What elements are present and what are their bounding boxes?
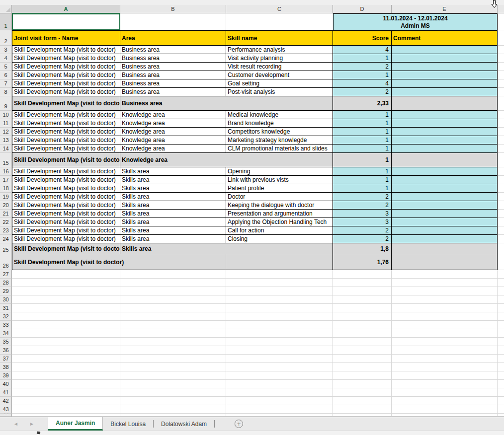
cell-C13[interactable]: Marketing strategy knowlegde: [226, 136, 333, 145]
cell-B42[interactable]: [120, 397, 226, 405]
cell-E26[interactable]: [392, 254, 498, 270]
cell-B10[interactable]: Knowledge area: [120, 111, 226, 119]
cell-C7[interactable]: Goal setting: [226, 79, 333, 88]
fill-handle[interactable]: [118, 28, 120, 30]
cell-C40[interactable]: [226, 380, 333, 388]
cell-D34[interactable]: [333, 329, 392, 338]
cell-A23[interactable]: Skill Development Map (visit to doctor): [12, 226, 120, 235]
cell-A22[interactable]: Skill Development Map (visit to doctor): [12, 218, 120, 226]
row-header-14[interactable]: 14: [0, 145, 12, 153]
cell-E3[interactable]: [392, 46, 498, 54]
cell-E41[interactable]: [392, 388, 498, 397]
cell-E28[interactable]: [392, 279, 498, 287]
cell-A24[interactable]: Skill Development Map (visit to doctor): [12, 235, 120, 243]
row-header-28[interactable]: 28: [0, 279, 12, 287]
cell-D29[interactable]: [333, 287, 392, 295]
cell-A30[interactable]: [12, 295, 120, 304]
row-header-41[interactable]: 41: [0, 388, 12, 397]
cell-A43[interactable]: [12, 405, 120, 414]
cell-A31[interactable]: [12, 304, 120, 312]
cell-B38[interactable]: [120, 363, 226, 371]
cell-A3[interactable]: Skill Development Map (visit to doctor): [12, 46, 120, 54]
cell-E20[interactable]: [392, 201, 498, 210]
cell-C30[interactable]: [226, 295, 333, 304]
cell-B21[interactable]: Skills area: [120, 210, 226, 218]
row-header-17[interactable]: 17: [0, 176, 12, 184]
cell-A27[interactable]: [12, 270, 120, 279]
cell-B11[interactable]: Knowledge area: [120, 119, 226, 128]
cell-D28[interactable]: [333, 279, 392, 287]
row-header-29[interactable]: 29: [0, 287, 12, 295]
tab-scroll-right-button[interactable]: ►: [29, 422, 34, 427]
cell-E23[interactable]: [392, 226, 498, 235]
cell-B30[interactable]: [120, 295, 226, 304]
cell-A39[interactable]: [12, 371, 120, 380]
cell-B16[interactable]: Skills area: [120, 167, 226, 176]
cell-D38[interactable]: [333, 363, 392, 371]
cell-D27[interactable]: [333, 270, 392, 279]
row-header-21[interactable]: 21: [0, 210, 12, 218]
cell-C26[interactable]: [226, 254, 333, 270]
cell-A42[interactable]: [12, 397, 120, 405]
cell-D12[interactable]: 1: [333, 128, 392, 136]
cell-E6[interactable]: [392, 71, 498, 79]
row-header-16[interactable]: 16: [0, 167, 12, 176]
row-header-3[interactable]: 3: [0, 46, 12, 54]
cell-E31[interactable]: [392, 304, 498, 312]
row-header-20[interactable]: 20: [0, 201, 12, 210]
cell-C22[interactable]: Applying the Objection Handling Tech: [226, 218, 333, 226]
cell-A35[interactable]: [12, 338, 120, 346]
row-header-35[interactable]: 35: [0, 338, 12, 346]
cell-A17[interactable]: Skill Development Map (visit to doctor): [12, 176, 120, 184]
cell-B8[interactable]: Business area: [120, 88, 226, 96]
tab-scroll-left-button[interactable]: ◄: [13, 422, 18, 427]
row-header-32[interactable]: 32: [0, 312, 12, 321]
cell-D22[interactable]: 3: [333, 218, 392, 226]
cell-E34[interactable]: [392, 329, 498, 338]
row-header-23[interactable]: 23: [0, 226, 12, 235]
cell-C19[interactable]: Doctor: [226, 193, 333, 201]
cell-B34[interactable]: [120, 329, 226, 338]
row-header-6[interactable]: 6: [0, 71, 12, 79]
cell-C16[interactable]: Opening: [226, 167, 333, 176]
row-header-37[interactable]: 37: [0, 355, 12, 363]
cell-E13[interactable]: [392, 136, 498, 145]
col-header-A[interactable]: A: [12, 5, 120, 13]
row-header-42[interactable]: 42: [0, 397, 12, 405]
cell-E4[interactable]: [392, 54, 498, 63]
row-header-36[interactable]: 36: [0, 346, 12, 355]
cell-E32[interactable]: [392, 312, 498, 321]
cell-B32[interactable]: [120, 312, 226, 321]
cell-C11[interactable]: Brand knowledge: [226, 119, 333, 128]
row-header-2[interactable]: 2: [0, 30, 12, 46]
cell-B6[interactable]: Business area: [120, 71, 226, 79]
col-header-D[interactable]: D: [333, 5, 392, 13]
cell-A36[interactable]: [12, 346, 120, 355]
cell-E14[interactable]: [392, 145, 498, 153]
cell-B37[interactable]: [120, 355, 226, 363]
row-header-9[interactable]: 9: [0, 96, 12, 111]
sheet-tab-auner-jasmin[interactable]: Auner Jasmin: [48, 417, 103, 431]
row-header-12[interactable]: 12: [0, 128, 12, 136]
cell-E22[interactable]: [392, 218, 498, 226]
cell-A12[interactable]: Skill Development Map (visit to doctor): [12, 128, 120, 136]
cell-B3[interactable]: Business area: [120, 46, 226, 54]
cell-D3[interactable]: 4: [333, 46, 392, 54]
cell-E27[interactable]: [392, 270, 498, 279]
cell-B17[interactable]: Skills area: [120, 176, 226, 184]
cell-D9[interactable]: 2,33: [333, 96, 392, 111]
row-header-31[interactable]: 31: [0, 304, 12, 312]
cell-E7[interactable]: [392, 79, 498, 88]
cell-BC9[interactable]: Business area: [120, 96, 333, 111]
row-header-44[interactable]: 44: [0, 414, 12, 417]
cell-E10[interactable]: [392, 111, 498, 119]
cell-E38[interactable]: [392, 363, 498, 371]
cell-B1[interactable]: [120, 13, 226, 30]
cell-B18[interactable]: Skills area: [120, 184, 226, 193]
cell-D25[interactable]: 1,8: [333, 243, 392, 254]
cell-C31[interactable]: [226, 304, 333, 312]
cell-D31[interactable]: [333, 304, 392, 312]
cell-C43[interactable]: [226, 405, 333, 414]
cell-C20[interactable]: Keeping the dialogue with doctor: [226, 201, 333, 210]
cell-A20[interactable]: Skill Development Map (visit to doctor): [12, 201, 120, 210]
